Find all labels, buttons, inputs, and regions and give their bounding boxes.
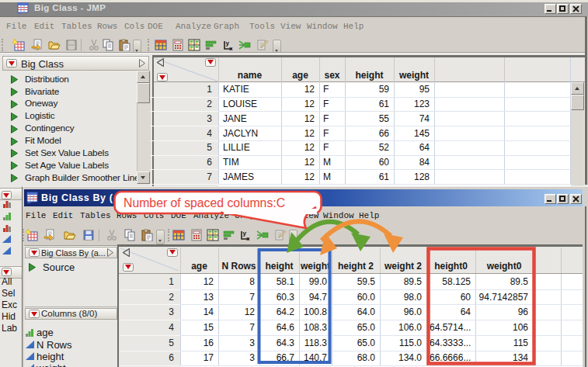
svg-text:Number of spaced columns:C: Number of spaced columns:C <box>124 196 285 209</box>
